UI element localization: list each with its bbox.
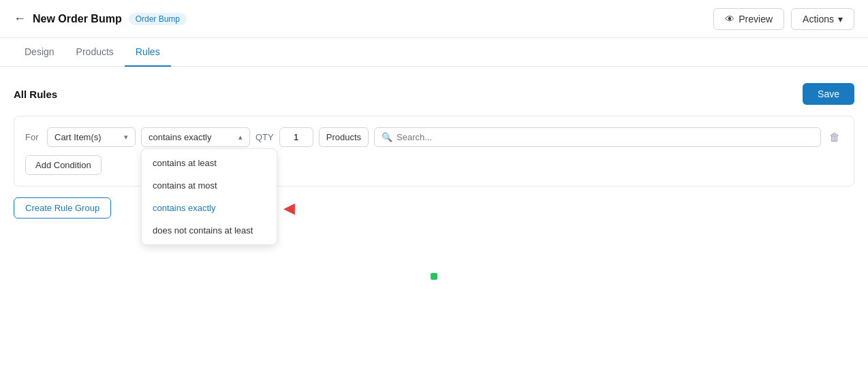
back-icon: ← [14, 12, 26, 26]
back-button[interactable]: ← [14, 12, 26, 26]
preview-button[interactable]: 👁 Preview [713, 8, 784, 30]
condition-select[interactable]: contains exactly ▴ [141, 127, 250, 147]
header: ← New Order Bump Order Bump 👁 Preview Ac… [0, 0, 868, 38]
cart-items-value: Cart Item(s) [55, 132, 102, 142]
condition-dropdown-menu: contains at least contains at most conta… [141, 148, 277, 245]
create-rule-group-button[interactable]: Create Rule Group [14, 197, 111, 219]
red-arrow-indicator: ◀ [283, 199, 295, 217]
search-icon: 🔍 [382, 132, 392, 142]
search-input[interactable] [397, 132, 813, 142]
green-dot-indicator [431, 273, 437, 280]
chevron-down-icon: ▾ [124, 133, 128, 142]
for-label: For [25, 132, 42, 142]
actions-label: Actions [803, 14, 834, 25]
header-left: ← New Order Bump Order Bump [14, 12, 187, 26]
tab-products[interactable]: Products [65, 38, 125, 67]
eye-icon: 👁 [725, 14, 734, 25]
add-condition-button[interactable]: Add Condition [25, 155, 102, 175]
search-field: 🔍 [374, 127, 821, 147]
qty-input[interactable] [279, 127, 313, 147]
tab-rules[interactable]: Rules [125, 38, 171, 67]
rule-group: For Cart Item(s) ▾ contains exactly ▴ co… [14, 116, 854, 187]
all-rules-title: All Rules [14, 88, 57, 100]
rule-row: For Cart Item(s) ▾ contains exactly ▴ co… [25, 127, 843, 147]
all-rules-header: All Rules Save [14, 83, 854, 105]
page-title: New Order Bump [33, 13, 122, 25]
chevron-up-icon: ▴ [238, 133, 243, 142]
order-bump-badge: Order Bump [129, 13, 187, 25]
trash-icon: 🗑 [829, 131, 840, 143]
actions-button[interactable]: Actions ▾ [791, 8, 854, 30]
condition-dropdown-wrapper: contains exactly ▴ contains at least con… [141, 127, 250, 147]
content: All Rules Save For Cart Item(s) ▾ contai… [0, 67, 868, 296]
products-tag[interactable]: Products [319, 127, 369, 147]
dropdown-item-contains-at-least[interactable]: contains at least [142, 152, 277, 174]
cart-items-select[interactable]: Cart Item(s) ▾ [47, 127, 136, 147]
dropdown-item-contains-at-most[interactable]: contains at most [142, 174, 277, 197]
dropdown-item-contains-exactly[interactable]: contains exactly ◀ [142, 197, 277, 219]
delete-rule-button[interactable]: 🗑 [826, 129, 843, 146]
chevron-down-icon: ▾ [838, 14, 843, 25]
condition-value: contains exactly [149, 132, 212, 142]
save-button[interactable]: Save [803, 83, 854, 105]
tabs: Design Products Rules [0, 38, 868, 67]
qty-label: QTY [255, 132, 274, 142]
dropdown-item-does-not-contains[interactable]: does not contains at least [142, 219, 277, 242]
header-right: 👁 Preview Actions ▾ [713, 8, 854, 30]
tab-design[interactable]: Design [14, 38, 65, 67]
preview-label: Preview [739, 14, 773, 25]
